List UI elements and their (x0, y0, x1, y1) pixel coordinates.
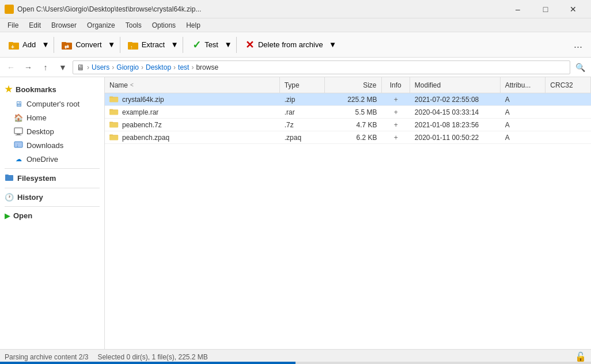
cloud-icon: ☁ (14, 154, 23, 164)
menu-options[interactable]: Options (147, 20, 181, 31)
cell-crc (545, 106, 591, 118)
open-label: Open (13, 211, 32, 220)
test-button[interactable]: ✓ Test (185, 35, 223, 55)
extract-button[interactable]: ↑ Extract (123, 35, 170, 55)
breadcrumb-test[interactable]: test (178, 63, 189, 71)
title-bar-left: Open C:\Users\Giorgio\Desktop\test\brows… (5, 5, 201, 14)
svg-rect-27 (109, 135, 118, 140)
computer-icon: 🖥 (77, 63, 85, 72)
file-list: Name < Type Size Info Modified Attribu..… (105, 77, 591, 349)
svg-rect-9 (14, 128, 22, 134)
delete-x-icon: ✕ (244, 39, 256, 51)
sidebar-item-downloads-label: Downloads (26, 141, 63, 150)
col-header-name[interactable]: Name < (105, 77, 280, 93)
open-icon: ▶ (5, 212, 10, 220)
col-header-size[interactable]: Size (325, 77, 381, 93)
delete-button[interactable]: ✕ Delete from archive (239, 35, 328, 55)
sidebar-item-home[interactable]: 🏠 Home (0, 111, 104, 124)
cell-name: example.rar (105, 106, 280, 118)
cell-info: + (382, 93, 410, 105)
convert-dropdown[interactable]: ▼ (106, 35, 118, 55)
menu-file[interactable]: File (2, 20, 24, 31)
file-icon (109, 107, 119, 117)
file-icon (109, 94, 119, 104)
menu-browser[interactable]: Browser (46, 20, 82, 31)
dropdown-button[interactable]: ▼ (55, 60, 70, 75)
add-label: Add (22, 40, 36, 49)
cell-name: peabench.zpaq (105, 131, 280, 143)
filesystem-icon (5, 173, 14, 183)
extract-dropdown[interactable]: ▼ (169, 35, 180, 55)
sidebar-history-header[interactable]: 🕐 History (0, 191, 104, 204)
search-button[interactable]: 🔍 (573, 60, 588, 75)
cell-crc (545, 93, 591, 105)
svg-rect-21 (109, 110, 118, 115)
cell-name: crystal64k.zip (105, 93, 280, 105)
close-button[interactable]: ✕ (560, 0, 586, 18)
breadcrumb-users[interactable]: Users (92, 63, 109, 71)
cell-type: .zpaq (280, 131, 325, 143)
sidebar-bookmarks-header[interactable]: ★ Bookmarks (0, 82, 104, 97)
filesystem-label: Filesystem (17, 174, 56, 183)
cell-type: .rar (280, 106, 325, 118)
svg-rect-10 (17, 134, 20, 135)
table-row[interactable]: crystal64k.zip .zip 225.2 MB + 2021-07-0… (105, 93, 591, 106)
download-icon: ↓ (14, 141, 23, 150)
more-button[interactable]: ... (569, 36, 588, 54)
col-header-info[interactable]: Info (382, 77, 410, 93)
cell-size: 225.2 MB (325, 93, 381, 105)
table-row[interactable]: peabench.7z .7z 4.7 KB + 2021-01-08 18:2… (105, 119, 591, 131)
svg-rect-15 (5, 175, 9, 176)
status-parsing: Parsing archive content 2/3 (5, 353, 88, 361)
sidebar-item-computers-root[interactable]: 🖥 Computer's root (0, 97, 104, 111)
sidebar-item-desktop-label: Desktop (26, 127, 54, 136)
up-button[interactable]: ↑ (38, 60, 53, 75)
col-header-attrib[interactable]: Attribu... (501, 77, 546, 93)
back-button[interactable]: ← (3, 60, 18, 75)
delete-dropdown[interactable]: ▼ (327, 35, 339, 55)
forward-button[interactable]: → (21, 60, 36, 75)
cell-attrib: A (501, 93, 546, 105)
sort-arrow: < (130, 82, 134, 88)
breadcrumb-desktop[interactable]: Desktop (146, 63, 171, 71)
svg-text:↓: ↓ (16, 142, 19, 148)
sidebar-item-downloads[interactable]: ↓ Downloads (0, 138, 104, 152)
breadcrumb-browse: browse (196, 63, 218, 71)
table-row[interactable]: peabench.zpaq .zpaq 6.2 KB + 2020-01-11 … (105, 131, 591, 144)
sidebar-filesystem-header[interactable]: Filesystem (0, 171, 104, 185)
menu-bar: File Edit Browser Organize Tools Options… (0, 18, 591, 32)
table-row[interactable]: example.rar .rar 5.5 MB + 2020-04-15 03:… (105, 106, 591, 119)
sidebar-open-header[interactable]: ▶ Open (0, 209, 104, 222)
breadcrumb[interactable]: 🖥 › Users › Giorgio › Desktop › test › b… (73, 60, 570, 74)
sidebar-item-desktop[interactable]: Desktop (0, 124, 104, 138)
history-icon: 🕐 (5, 193, 14, 202)
address-bar: ← → ↑ ▼ 🖥 › Users › Giorgio › Desktop › … (0, 58, 591, 77)
menu-help[interactable]: Help (181, 20, 206, 31)
add-dropdown[interactable]: ▼ (40, 35, 51, 55)
cell-size: 5.5 MB (325, 106, 381, 118)
menu-organize[interactable]: Organize (82, 20, 120, 31)
add-button[interactable]: + Add (3, 35, 41, 55)
test-dropdown[interactable]: ▼ (222, 35, 234, 55)
col-header-modified[interactable]: Modified (410, 77, 501, 93)
col-header-type[interactable]: Type (280, 77, 325, 93)
menu-edit[interactable]: Edit (24, 20, 46, 31)
title-controls: – □ ✕ (505, 0, 586, 18)
sidebar: ★ Bookmarks 🖥 Computer's root 🏠 Home Des… (0, 77, 105, 349)
delete-label: Delete from archive (258, 40, 323, 49)
minimize-button[interactable]: – (505, 0, 531, 18)
maximize-button[interactable]: □ (532, 0, 559, 18)
svg-rect-11 (16, 135, 21, 135)
monitor-icon: 🖥 (14, 99, 23, 108)
cell-modified: 2021-07-02 22:55:08 (410, 93, 501, 105)
file-list-header: Name < Type Size Info Modified Attribu..… (105, 77, 591, 93)
menu-tools[interactable]: Tools (120, 20, 147, 31)
col-header-crc[interactable]: CRC32 (545, 77, 591, 93)
sidebar-item-onedrive[interactable]: ☁ OneDrive (0, 152, 104, 166)
main-area: ★ Bookmarks 🖥 Computer's root 🏠 Home Des… (0, 77, 591, 349)
cell-crc (545, 131, 591, 143)
svg-text:+: + (11, 44, 14, 50)
convert-button[interactable]: ⇄ Convert (56, 35, 107, 55)
cell-size: 4.7 KB (325, 119, 381, 131)
breadcrumb-giorgio[interactable]: Giorgio (116, 63, 139, 71)
